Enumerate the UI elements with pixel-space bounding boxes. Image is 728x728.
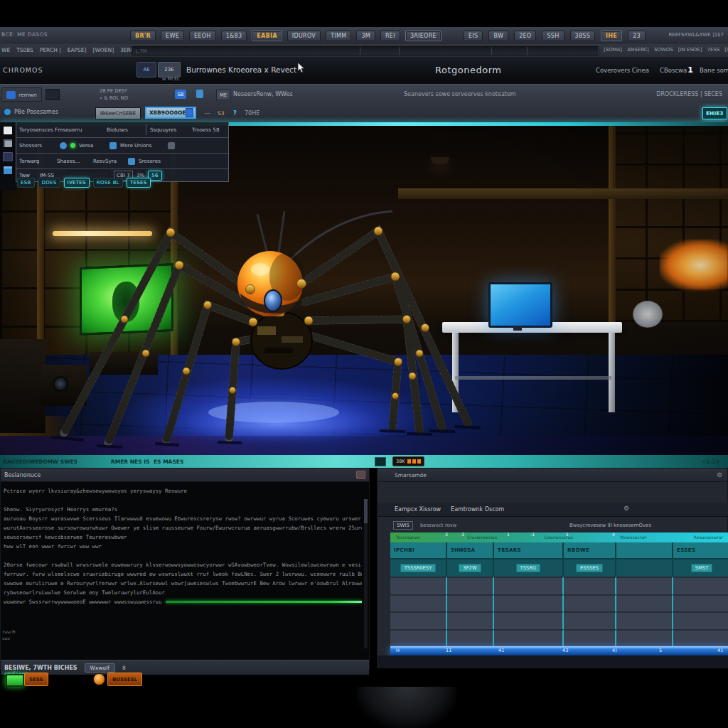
table-cell[interactable]: TSSSRIIESY (390, 560, 447, 577)
asset-dropdown[interactable]: X8B9OO0OE (145, 107, 196, 119)
table-cell[interactable] (564, 594, 616, 612)
table-header-cell[interactable]: IPCHBI (390, 542, 447, 560)
header-menu-pane[interactable]: Bane som (700, 67, 728, 74)
run-button[interactable]: SESS (24, 673, 48, 686)
table-cell[interactable] (447, 611, 494, 629)
toolbar-menu-item[interactable]: 7ESS (707, 47, 720, 53)
table-cell[interactable] (616, 611, 673, 629)
help-icon[interactable]: ? (233, 109, 237, 117)
data-panel-tab[interactable]: Eamtrownk Oscom (451, 506, 504, 513)
view-mode-chip[interactable]: DOES (38, 178, 60, 188)
table-cell[interactable] (564, 577, 616, 594)
timeline-scrub-bar[interactable]: L.7M (132, 46, 599, 55)
topbar-button[interactable]: EIS (464, 31, 483, 41)
app-version-badge[interactable]: 23E (158, 62, 181, 77)
panel-gear-icon[interactable]: ⚙ (717, 472, 722, 478)
stop-button[interactable]: BUSSESL (107, 673, 142, 686)
topbar-button[interactable]: TIMM (326, 31, 351, 41)
table-cell[interactable]: ESSSES (564, 560, 616, 577)
scroll-thumb[interactable] (364, 499, 368, 523)
topbar-button[interactable]: 1&83 (221, 31, 247, 41)
table-cell[interactable] (616, 594, 673, 612)
table-cell[interactable] (390, 629, 447, 647)
table-cell[interactable] (390, 577, 447, 594)
panel-label[interactable]: ResvSyra (93, 158, 124, 164)
table-header-cell[interactable]: ESSES (673, 542, 728, 560)
layers-icon[interactable] (196, 90, 203, 98)
table-cell[interactable] (616, 577, 673, 594)
toolbar-menu-item[interactable]: PERCH | (40, 47, 61, 53)
topbar-button[interactable]: REI (380, 31, 400, 41)
topbar-button[interactable]: BR'R (130, 31, 156, 41)
toolbar-menu-item[interactable]: [IN ESOE] (678, 47, 702, 53)
header-menu-browse[interactable]: CBoscwa (660, 67, 687, 74)
table-cell[interactable]: TSSRG (494, 560, 564, 577)
toolbar-menu-item[interactable]: [IWA (724, 47, 728, 53)
table-cell[interactable] (673, 629, 728, 647)
panel-label[interactable]: Trnoess 58 (192, 127, 219, 133)
blue-square-icon[interactable] (109, 142, 117, 149)
snap-toggle-chip[interactable]: SB (175, 90, 186, 99)
preset-button[interactable]: P8e Posesames (4, 109, 58, 115)
table-cell[interactable] (447, 577, 494, 594)
toolbar-menu-item[interactable]: TS08S (16, 47, 33, 53)
blue-square-icon[interactable] (128, 158, 135, 165)
image-icon[interactable] (4, 139, 12, 147)
table-cell[interactable] (564, 629, 616, 647)
table-cell[interactable] (447, 594, 494, 612)
panel-label[interactable]: Ssquuyres (150, 127, 188, 133)
record-badge[interactable]: 38K (392, 456, 424, 466)
record-orb-icon[interactable] (93, 673, 105, 685)
console-settings-icon[interactable] (356, 471, 365, 479)
table-cell[interactable]: 3F2W (447, 560, 494, 577)
topbar-button[interactable]: BW (488, 31, 508, 41)
folder-icon[interactable] (4, 166, 12, 174)
toolbar-menu-item[interactable]: ANSERC| (627, 47, 649, 53)
toolbar-menu-item[interactable]: WE (1, 47, 10, 53)
small-value-field[interactable] (46, 89, 60, 100)
table-cell[interactable] (494, 611, 564, 629)
topbar-button[interactable]: SSH (542, 31, 564, 41)
data-panel-tab[interactable]: Eampcx Xissrow (395, 506, 441, 513)
table-cell[interactable] (673, 594, 728, 612)
topbar-button[interactable]: IHE (601, 31, 622, 41)
panel-label[interactable]: Shossors (19, 142, 56, 149)
tab-gear-icon[interactable]: ⚙ (623, 505, 629, 512)
topbar-button[interactable]: 3AIEORE (405, 31, 441, 41)
table-cell[interactable] (494, 594, 564, 612)
toolbar-menu-item[interactable]: [WOEN] (93, 47, 114, 53)
table-row[interactable]: TSSSRIIESY3F2WTSSRGESSSESSMST (390, 560, 728, 577)
header-menu-cameras[interactable]: Coverovers Cinea (596, 67, 649, 74)
table-cell[interactable] (673, 577, 728, 594)
view-mode-chip[interactable]: TESES (127, 178, 151, 188)
topbar-button[interactable]: 3M (356, 31, 375, 41)
table-cell[interactable] (494, 577, 564, 594)
table-cell[interactable] (494, 629, 564, 647)
panel-label[interactable]: Torwarg (19, 158, 53, 164)
blue-dot-icon[interactable] (60, 142, 67, 149)
toolbar-menu-item[interactable]: SOWOS (654, 47, 673, 53)
console-scrollbar[interactable] (364, 499, 368, 648)
table-cell[interactable] (616, 629, 673, 647)
table-cell[interactable] (673, 611, 728, 629)
table-row[interactable] (390, 629, 728, 647)
table-cell[interactable] (447, 629, 494, 647)
table-row[interactable] (390, 594, 728, 612)
app-logo-badge[interactable]: AE (136, 62, 156, 77)
status-small-box[interactable] (375, 457, 386, 466)
topbar-button[interactable]: EABIA (252, 31, 282, 41)
table-header-cell[interactable]: 3HN0SA (447, 542, 494, 560)
toolbar-menu-item[interactable]: EAPSE] (68, 47, 87, 53)
console-footer-button[interactable]: Wxwolf (85, 663, 115, 673)
table-cell[interactable] (390, 611, 447, 629)
topbar-button[interactable]: IDUROV (287, 31, 321, 41)
view-mode-chip[interactable]: IVETES (64, 178, 90, 188)
table-cell[interactable]: SMST (673, 560, 728, 577)
table-timeline-bar[interactable]: H1141434)541 (390, 646, 728, 655)
document-icon[interactable] (4, 127, 12, 134)
tool-select-button[interactable]: remwn (1, 87, 42, 102)
table-cell[interactable] (390, 594, 447, 612)
workspace-title[interactable]: Rotgonedorm (435, 65, 501, 75)
topbar-button[interactable]: 23 (628, 31, 646, 41)
topbar-button[interactable]: 2EO (514, 31, 536, 41)
